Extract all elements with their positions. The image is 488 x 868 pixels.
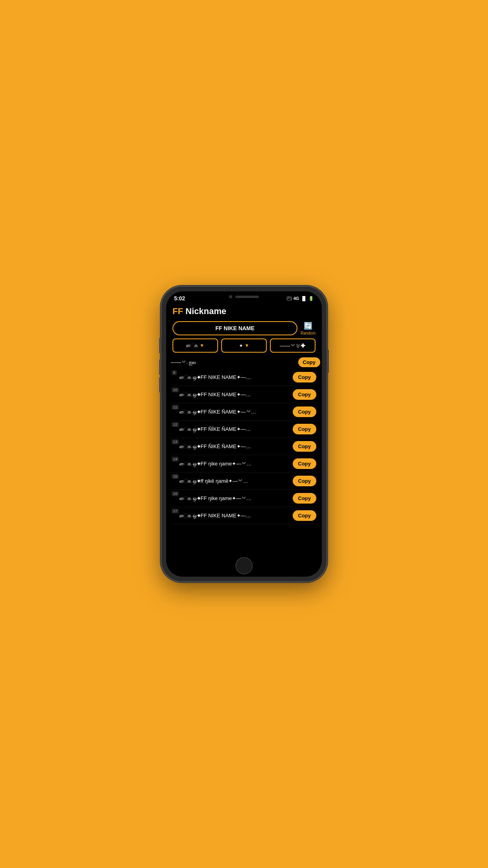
partial-copy-button[interactable]: Copy [298, 357, 321, 367]
list-item: 13 ைக ஒ✦FF ŇIKÉ ŇAME✦—… Copy [170, 438, 318, 455]
item-number: 11 [172, 405, 179, 410]
app-title: FF Nickname [172, 306, 316, 316]
network-icon: 4G [294, 296, 299, 301]
dropdown-symbol-text: ✦ [239, 343, 243, 349]
item-number: 14 [172, 457, 179, 462]
nickname-text: ைக ஒ✦ff ŋikē ŋamē✦—꒷… [172, 478, 293, 484]
vibrate-icon: 📳 [286, 296, 292, 301]
copy-button[interactable]: Copy [293, 510, 317, 521]
list-item: 14 ைக ஒ✦FF ŋike ŋame✦—꒷… Copy [170, 455, 318, 473]
list-item: 12 ைக ஒ✦FF ŇĪKE ŇAME✦—… Copy [170, 421, 318, 438]
nickname-text: ைக ஒ✦FF ŋike ŋame✦—꒷… [172, 461, 293, 467]
partial-item-text: ——꒷. ஐல [168, 359, 298, 366]
dropdown-style[interactable]: ைக ▼ [172, 338, 218, 353]
nickname-list[interactable]: 9 ைக ஒ✦FF NIKE NAME✦—… Copy 10 ைக ஒ✦FF N… [166, 369, 322, 555]
list-item: 9 ைக ஒ✦FF NIKE NAME✦—… Copy [170, 369, 318, 386]
status-time: 5:02 [174, 295, 185, 302]
copy-button[interactable]: Copy [293, 441, 317, 452]
copy-button[interactable]: Copy [293, 406, 317, 417]
camera-dot [229, 295, 232, 298]
dropdown-style-text: ைக [186, 342, 198, 349]
notch [229, 295, 259, 298]
random-label: Random [301, 331, 316, 335]
item-number: 16 [172, 491, 179, 496]
partial-item: ——꒷. ஐல Copy [166, 356, 322, 369]
item-number: 15 [172, 474, 179, 479]
search-container[interactable] [172, 321, 297, 335]
title-text: Nickname [183, 306, 226, 316]
copy-button[interactable]: Copy [293, 389, 317, 400]
item-number: 17 [172, 509, 179, 513]
copy-button[interactable]: Copy [293, 458, 317, 469]
nickname-text: ைக ஒ✦FF ŇIKE ŇAME✦—꒷… [172, 409, 293, 415]
dropdown-symbol-arrow: ▼ [245, 343, 250, 348]
list-item: 10 ைக ஒ✦FF NIKE NAME✦—… Copy [170, 386, 318, 403]
item-number: 10 [172, 388, 179, 392]
nickname-text: ைக ஒ✦FF NIKE NAME✦—… [172, 374, 293, 381]
list-item: 11 ைக ஒ✦FF ŇIKE ŇAME✦—꒷… Copy [170, 403, 318, 421]
item-number: 13 [172, 440, 179, 444]
nickname-text: ைக ஒ✦FF NIKE NAME✦—… [172, 513, 293, 519]
copy-button[interactable]: Copy [293, 493, 317, 504]
app-header: FF Nickname [166, 303, 322, 320]
random-button[interactable]: 🔄 Random [301, 322, 316, 335]
phone-frame: 5:02 📳 4G ▐▌ 🔋 FF Nickname [161, 287, 327, 581]
dropdown-symbol[interactable]: ✦ ▼ [221, 338, 267, 353]
search-input[interactable] [180, 325, 290, 331]
dropdown-decoration-text: ——꒷꒦✦ [280, 343, 306, 349]
signal-icon: ▐▌ [301, 296, 307, 301]
list-item: 15 ைக ஒ✦ff ŋikē ŋamē✦—꒷… Copy [170, 473, 318, 490]
nickname-text: ைக ஒ✦FF NIKE NAME✦—… [172, 392, 293, 398]
random-icon: 🔄 [304, 322, 312, 330]
app-content: FF Nickname 🔄 Random ைக ▼ [166, 303, 322, 577]
copy-button[interactable]: Copy [293, 372, 317, 383]
nickname-text: ைக ஒ✦FF ŇĪKE ŇAME✦—… [172, 426, 293, 432]
status-icons: 📳 4G ▐▌ 🔋 [286, 296, 314, 301]
search-row: 🔄 Random [166, 320, 322, 338]
nickname-text: ைக ஒ✦FF ŇIKÉ ŇAME✦—… [172, 443, 293, 450]
list-item: 16 ைக ஒ✦FF ŋike ŋame✦—꒷… Copy [170, 490, 318, 507]
item-number: 12 [172, 422, 179, 427]
battery-icon: 🔋 [308, 296, 314, 301]
speaker-bar [235, 296, 259, 298]
dropdown-style-arrow: ▼ [200, 343, 204, 348]
copy-button[interactable]: Copy [293, 424, 317, 434]
item-number: 9 [172, 370, 177, 375]
dropdowns-row: ைக ▼ ✦ ▼ ——꒷꒦✦ [166, 338, 322, 356]
ff-orange-label: FF [172, 306, 183, 316]
list-item: 17 ைக ஒ✦FF NIKE NAME✦—… Copy [170, 507, 318, 524]
phone-screen: 5:02 📳 4G ▐▌ 🔋 FF Nickname [166, 291, 322, 577]
nickname-text: ைக ஒ✦FF ŋike ŋame✦—꒷… [172, 495, 293, 502]
home-button[interactable] [235, 557, 253, 574]
copy-button[interactable]: Copy [293, 476, 317, 486]
dropdown-decoration[interactable]: ——꒷꒦✦ [270, 338, 316, 353]
